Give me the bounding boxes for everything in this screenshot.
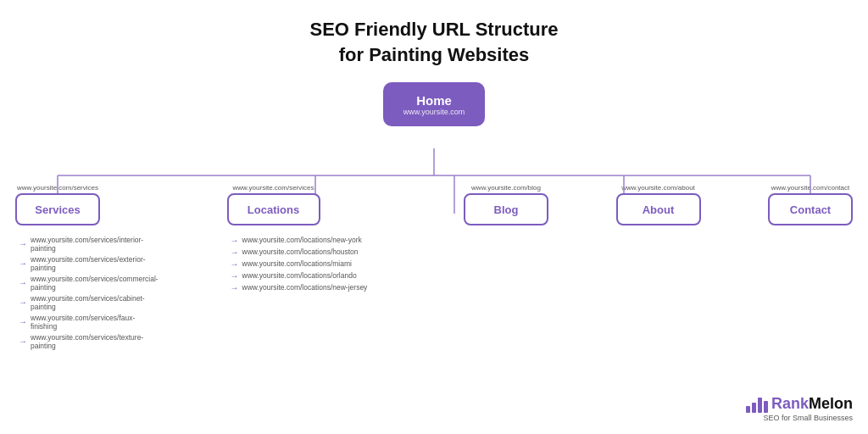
locations-node: Locations: [227, 193, 320, 225]
branches-row: www.yoursite.com/services Services →www.…: [8, 184, 860, 351]
arrow-icon: →: [231, 271, 239, 281]
list-item: →www.yoursite.com/services/interior-pain…: [19, 234, 159, 253]
locations-url-label: www.yoursite.com/services: [232, 184, 314, 192]
bar4: [764, 401, 768, 413]
arrow-icon: →: [19, 337, 27, 346]
services-url-label: www.yoursite.com/services: [17, 184, 98, 192]
list-item: →www.yoursite.com/locations/new-jersey: [231, 281, 368, 293]
arrow-icon: →: [231, 236, 239, 245]
list-item: →www.yoursite.com/services/exterior-pain…: [19, 253, 159, 273]
list-item: →www.yoursite.com/locations/miami: [231, 258, 368, 270]
page-container: SEO Friendly URL Structure for Painting …: [0, 0, 868, 434]
arrow-icon: →: [19, 317, 27, 326]
arrow-icon: →: [19, 278, 27, 287]
services-sub-items: →www.yoursite.com/services/interior-pain…: [15, 234, 159, 351]
contact-node: Contact: [768, 193, 853, 225]
branch-blog: www.yoursite.com/blog Blog: [464, 184, 548, 225]
logo-tagline: SEO for Small Businesses: [763, 414, 853, 422]
logo-bars-icon: [746, 396, 768, 413]
tree-diagram: Home www.yoursite.com www.yoursite.com/s…: [8, 82, 860, 387]
list-item: →www.yoursite.com/locations/houston: [231, 246, 368, 258]
about-node: About: [616, 193, 701, 225]
logo-brand: RankMelon: [746, 395, 853, 413]
home-node: Home www.yoursite.com: [383, 82, 485, 126]
logo-rank: Rank: [771, 395, 809, 412]
blog-node: Blog: [464, 193, 548, 225]
arrow-icon: →: [231, 283, 239, 292]
branch-locations: www.yoursite.com/services Locations →www…: [227, 184, 397, 293]
bar3: [758, 398, 762, 413]
branch-about: www.yoursite.com/about About: [616, 184, 701, 225]
contact-url-label: www.yoursite.com/contact: [771, 184, 849, 192]
bar1: [746, 406, 750, 413]
list-item: →www.yoursite.com/services/texture-paint…: [19, 331, 159, 351]
list-item: →www.yoursite.com/locations/new-york: [231, 234, 368, 246]
locations-sub-items: →www.yoursite.com/locations/new-york →ww…: [227, 234, 368, 293]
list-item: →www.yoursite.com/locations/orlando: [231, 270, 368, 281]
home-node-wrapper: Home www.yoursite.com: [8, 82, 860, 126]
logo-area: RankMelon SEO for Small Businesses: [746, 395, 853, 422]
branch-services: www.yoursite.com/services Services →www.…: [15, 184, 151, 351]
services-node: Services: [15, 193, 100, 225]
logo-text: RankMelon: [771, 395, 853, 413]
branch-contact: www.yoursite.com/contact Contact: [768, 184, 853, 225]
arrow-icon: →: [19, 259, 27, 268]
arrow-icon: →: [19, 239, 27, 248]
home-label: Home: [416, 93, 452, 108]
arrow-icon: →: [231, 248, 239, 257]
home-url: www.yoursite.com: [403, 108, 465, 116]
about-url-label: www.yoursite.com/about: [621, 184, 695, 192]
arrow-icon: →: [19, 298, 27, 307]
blog-url-label: www.yoursite.com/blog: [471, 184, 541, 192]
list-item: →www.yoursite.com/services/commercial-pa…: [19, 273, 159, 292]
list-item: →www.yoursite.com/services/faux-finishin…: [19, 312, 159, 331]
arrow-icon: →: [231, 259, 239, 269]
bar2: [752, 403, 756, 413]
list-item: →www.yoursite.com/services/cabinet-paint…: [19, 292, 159, 312]
page-title: SEO Friendly URL Structure for Painting …: [8, 17, 860, 67]
